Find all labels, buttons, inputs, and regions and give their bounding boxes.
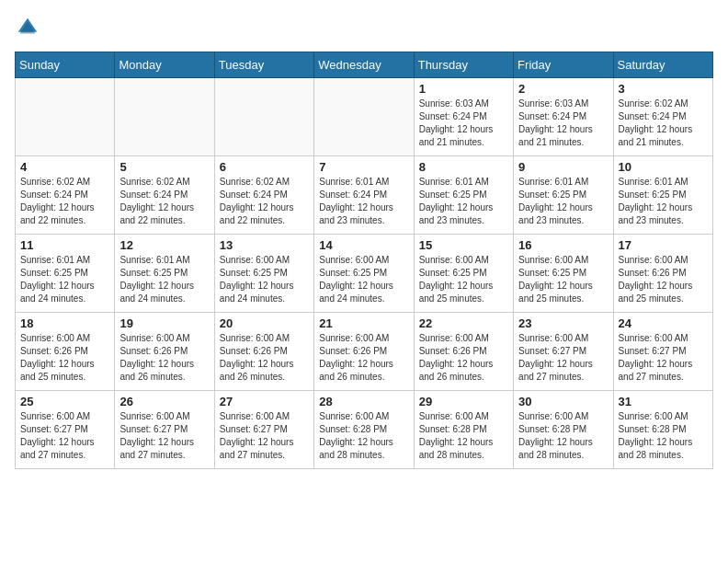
calendar-cell: 31Sunrise: 6:00 AM Sunset: 6:28 PM Dayli… [613,391,712,469]
weekday-header: Thursday [414,52,513,78]
calendar-cell: 6Sunrise: 6:02 AM Sunset: 6:24 PM Daylig… [214,156,313,235]
day-number: 19 [119,316,209,330]
day-info: Sunrise: 6:01 AM Sunset: 6:25 PM Dayligh… [419,176,508,227]
week-row: 11Sunrise: 6:01 AM Sunset: 6:25 PM Dayli… [16,235,713,313]
calendar-cell [115,78,214,156]
day-number: 23 [518,316,608,330]
day-info: Sunrise: 6:00 AM Sunset: 6:26 PM Dayligh… [419,332,508,384]
weekday-header: Tuesday [214,52,313,78]
week-row: 18Sunrise: 6:00 AM Sunset: 6:26 PM Dayli… [16,313,713,391]
calendar-cell: 12Sunrise: 6:01 AM Sunset: 6:25 PM Dayli… [115,235,214,313]
calendar-cell: 8Sunrise: 6:01 AM Sunset: 6:25 PM Daylig… [414,156,513,235]
day-number: 6 [220,160,309,174]
day-info: Sunrise: 6:00 AM Sunset: 6:27 PM Dayligh… [220,410,309,462]
day-number: 28 [319,395,408,408]
calendar-cell [314,78,414,156]
day-info: Sunrise: 6:01 AM Sunset: 6:24 PM Dayligh… [319,176,408,227]
page-header [15,15,713,40]
day-number: 8 [419,160,508,174]
calendar-cell: 23Sunrise: 6:00 AM Sunset: 6:27 PM Dayli… [514,313,613,391]
day-info: Sunrise: 6:00 AM Sunset: 6:28 PM Dayligh… [518,410,608,462]
calendar-cell: 28Sunrise: 6:00 AM Sunset: 6:28 PM Dayli… [314,391,414,469]
calendar-table: SundayMondayTuesdayWednesdayThursdayFrid… [15,52,713,469]
day-number: 3 [619,82,708,96]
logo[interactable] [15,15,44,40]
day-number: 1 [419,82,508,96]
day-number: 18 [20,316,109,330]
day-info: Sunrise: 6:02 AM Sunset: 6:24 PM Dayligh… [619,98,708,149]
day-info: Sunrise: 6:00 AM Sunset: 6:27 PM Dayligh… [20,410,109,462]
day-number: 10 [619,160,708,174]
calendar-cell: 16Sunrise: 6:00 AM Sunset: 6:25 PM Dayli… [514,235,613,313]
calendar-cell: 27Sunrise: 6:00 AM Sunset: 6:27 PM Dayli… [214,391,313,469]
day-number: 2 [518,82,608,96]
day-info: Sunrise: 6:02 AM Sunset: 6:24 PM Dayligh… [220,176,309,227]
weekday-header: Monday [115,52,214,78]
calendar-cell: 24Sunrise: 6:00 AM Sunset: 6:27 PM Dayli… [613,313,712,391]
day-number: 30 [518,395,608,408]
calendar-cell: 9Sunrise: 6:01 AM Sunset: 6:25 PM Daylig… [514,156,613,235]
day-number: 22 [419,316,508,330]
day-info: Sunrise: 6:01 AM Sunset: 6:25 PM Dayligh… [619,176,708,227]
calendar-cell: 13Sunrise: 6:00 AM Sunset: 6:25 PM Dayli… [214,235,313,313]
calendar-cell: 10Sunrise: 6:01 AM Sunset: 6:25 PM Dayli… [613,156,712,235]
day-number: 25 [20,395,109,408]
day-info: Sunrise: 6:00 AM Sunset: 6:28 PM Dayligh… [419,410,508,462]
day-info: Sunrise: 6:01 AM Sunset: 6:25 PM Dayligh… [518,176,608,227]
weekday-header: Friday [514,52,613,78]
day-number: 15 [419,238,508,252]
calendar-cell: 4Sunrise: 6:02 AM Sunset: 6:24 PM Daylig… [16,156,115,235]
day-number: 20 [220,316,309,330]
calendar-cell: 22Sunrise: 6:00 AM Sunset: 6:26 PM Dayli… [414,313,513,391]
day-info: Sunrise: 6:00 AM Sunset: 6:26 PM Dayligh… [20,332,109,384]
day-info: Sunrise: 6:00 AM Sunset: 6:26 PM Dayligh… [619,254,708,305]
week-row: 4Sunrise: 6:02 AM Sunset: 6:24 PM Daylig… [16,156,713,235]
logo-icon [15,15,40,40]
calendar-cell: 18Sunrise: 6:00 AM Sunset: 6:26 PM Dayli… [16,313,115,391]
day-info: Sunrise: 6:01 AM Sunset: 6:25 PM Dayligh… [119,254,209,305]
day-info: Sunrise: 6:00 AM Sunset: 6:25 PM Dayligh… [319,254,408,305]
day-info: Sunrise: 6:02 AM Sunset: 6:24 PM Dayligh… [20,176,109,227]
day-info: Sunrise: 6:00 AM Sunset: 6:27 PM Dayligh… [119,410,209,462]
day-number: 26 [119,395,209,408]
day-info: Sunrise: 6:03 AM Sunset: 6:24 PM Dayligh… [419,98,508,149]
day-number: 5 [119,160,209,174]
day-number: 27 [220,395,309,408]
week-row: 1Sunrise: 6:03 AM Sunset: 6:24 PM Daylig… [16,78,713,156]
calendar-cell: 14Sunrise: 6:00 AM Sunset: 6:25 PM Dayli… [314,235,414,313]
day-number: 16 [518,238,608,252]
calendar-cell: 20Sunrise: 6:00 AM Sunset: 6:26 PM Dayli… [214,313,313,391]
calendar-cell: 2Sunrise: 6:03 AM Sunset: 6:24 PM Daylig… [514,78,613,156]
day-number: 11 [20,238,109,252]
calendar-cell: 1Sunrise: 6:03 AM Sunset: 6:24 PM Daylig… [414,78,513,156]
day-info: Sunrise: 6:00 AM Sunset: 6:26 PM Dayligh… [220,332,309,384]
calendar-cell: 21Sunrise: 6:00 AM Sunset: 6:26 PM Dayli… [314,313,414,391]
day-number: 7 [319,160,408,174]
calendar-cell: 5Sunrise: 6:02 AM Sunset: 6:24 PM Daylig… [115,156,214,235]
day-info: Sunrise: 6:00 AM Sunset: 6:25 PM Dayligh… [220,254,309,305]
day-number: 21 [319,316,408,330]
day-info: Sunrise: 6:00 AM Sunset: 6:28 PM Dayligh… [319,410,408,462]
day-number: 9 [518,160,608,174]
calendar-cell: 7Sunrise: 6:01 AM Sunset: 6:24 PM Daylig… [314,156,414,235]
calendar-cell: 11Sunrise: 6:01 AM Sunset: 6:25 PM Dayli… [16,235,115,313]
weekday-header: Sunday [16,52,115,78]
day-info: Sunrise: 6:00 AM Sunset: 6:26 PM Dayligh… [119,332,209,384]
calendar-cell: 15Sunrise: 6:00 AM Sunset: 6:25 PM Dayli… [414,235,513,313]
day-number: 4 [20,160,109,174]
day-info: Sunrise: 6:00 AM Sunset: 6:26 PM Dayligh… [319,332,408,384]
day-info: Sunrise: 6:01 AM Sunset: 6:25 PM Dayligh… [20,254,109,305]
calendar-cell: 26Sunrise: 6:00 AM Sunset: 6:27 PM Dayli… [115,391,214,469]
day-info: Sunrise: 6:00 AM Sunset: 6:25 PM Dayligh… [419,254,508,305]
calendar-cell: 29Sunrise: 6:00 AM Sunset: 6:28 PM Dayli… [414,391,513,469]
day-number: 17 [619,238,708,252]
day-info: Sunrise: 6:00 AM Sunset: 6:27 PM Dayligh… [619,332,708,384]
day-info: Sunrise: 6:00 AM Sunset: 6:28 PM Dayligh… [619,410,708,462]
weekday-header: Wednesday [314,52,414,78]
day-info: Sunrise: 6:00 AM Sunset: 6:27 PM Dayligh… [518,332,608,384]
day-info: Sunrise: 6:03 AM Sunset: 6:24 PM Dayligh… [518,98,608,149]
day-number: 31 [619,395,708,408]
calendar-cell: 30Sunrise: 6:00 AM Sunset: 6:28 PM Dayli… [514,391,613,469]
day-info: Sunrise: 6:02 AM Sunset: 6:24 PM Dayligh… [119,176,209,227]
calendar-cell: 17Sunrise: 6:00 AM Sunset: 6:26 PM Dayli… [613,235,712,313]
